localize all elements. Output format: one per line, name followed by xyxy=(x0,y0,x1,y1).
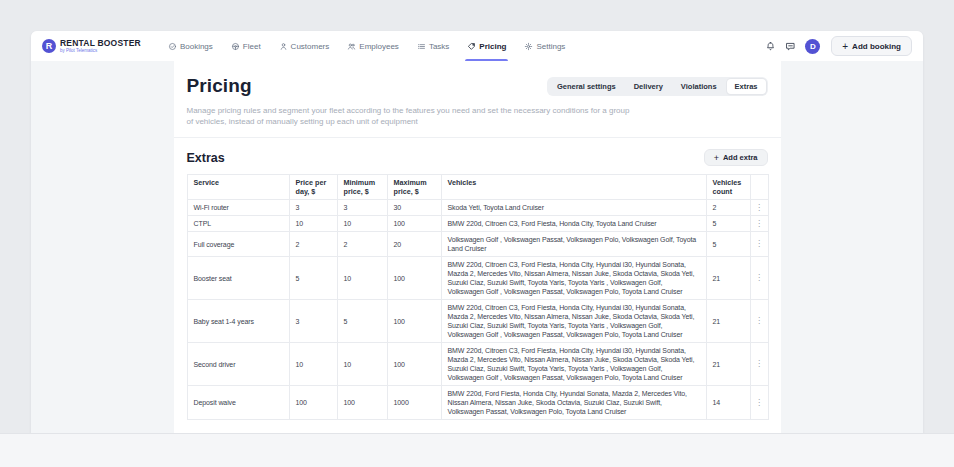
pricing-page-card: Pricing General settingsDeliveryViolatio… xyxy=(174,61,781,433)
cell-max-price: 20 xyxy=(387,232,441,257)
chat-icon[interactable] xyxy=(785,41,796,52)
column-header-minimum-price: Minimum price, $ xyxy=(337,175,387,200)
nav-item-label: Tasks xyxy=(429,42,449,51)
cell-min-price: 10 xyxy=(337,343,387,386)
table-row: Second driver1010100BMW 220d, Citroen C3… xyxy=(187,343,768,386)
cell-count: 2 xyxy=(706,200,750,216)
row-actions-kebab-icon[interactable]: ⋮ xyxy=(753,272,765,284)
add-booking-label: Add booking xyxy=(852,42,901,51)
nav-item-pricing[interactable]: Pricing xyxy=(458,31,515,61)
add-extra-label: Add extra xyxy=(723,153,758,162)
brand-logo[interactable]: R RENTAL BOOSTER by Pilot Telematics xyxy=(42,39,141,53)
column-header-vehicles: Vehicles xyxy=(441,175,706,200)
cell-max-price: 1000 xyxy=(387,386,441,420)
pricing-tabs: General settingsDeliveryViolationsExtras xyxy=(547,77,768,96)
tab-extras[interactable]: Extras xyxy=(727,79,766,94)
cell-actions: ⋮ xyxy=(750,216,768,232)
add-booking-button[interactable]: + Add booking xyxy=(831,36,912,56)
column-header-service: Service xyxy=(187,175,289,200)
cell-actions: ⋮ xyxy=(750,200,768,216)
nav-item-label: Settings xyxy=(536,42,565,51)
circle-check-icon xyxy=(168,42,177,51)
page-description: Manage pricing rules and segment your fl… xyxy=(187,105,634,127)
cell-count: 5 xyxy=(706,216,750,232)
cell-count: 21 xyxy=(706,257,750,300)
table-row: Baby seat 1-4 years35100BMW 220d, Citroe… xyxy=(187,300,768,343)
table-row: CTPL1010100BMW 220d, Citroen C3, Ford Fi… xyxy=(187,216,768,232)
price-tag-icon xyxy=(467,42,476,51)
tab-delivery[interactable]: Delivery xyxy=(626,79,671,94)
row-actions-kebab-icon[interactable]: ⋮ xyxy=(753,397,765,409)
table-row: Booster seat510100BMW 220d, Citroen C3, … xyxy=(187,257,768,300)
topbar-actions: D + Add booking xyxy=(765,36,912,56)
cell-price-per-day: 2 xyxy=(289,232,337,257)
cell-min-price: 2 xyxy=(337,232,387,257)
cell-count: 5 xyxy=(706,232,750,257)
nav-item-label: Pricing xyxy=(479,42,506,51)
add-extra-button[interactable]: + Add extra xyxy=(704,149,768,166)
nav-item-bookings[interactable]: Bookings xyxy=(159,31,222,61)
extras-section-title: Extras xyxy=(187,151,225,165)
cell-vehicles: Skoda Yeti, Toyota Land Cruiser xyxy=(441,200,706,216)
steering-wheel-icon xyxy=(231,42,240,51)
cell-actions: ⋮ xyxy=(750,343,768,386)
cell-service: CTPL xyxy=(187,216,289,232)
tab-violations[interactable]: Violations xyxy=(673,79,725,94)
cell-vehicles: Volkswagen Golf , Volkswagen Passat, Vol… xyxy=(441,232,706,257)
plus-icon: + xyxy=(714,153,719,163)
plus-icon: + xyxy=(842,41,848,52)
person-icon xyxy=(279,42,288,51)
cell-min-price: 5 xyxy=(337,300,387,343)
notifications-bell-icon[interactable] xyxy=(765,41,776,52)
nav-item-label: Fleet xyxy=(243,42,261,51)
nav-item-label: Customers xyxy=(291,42,330,51)
table-row: Wi-Fi router3330Skoda Yeti, Toyota Land … xyxy=(187,200,768,216)
tab-general-settings[interactable]: General settings xyxy=(549,79,624,94)
cell-max-price: 100 xyxy=(387,216,441,232)
cell-min-price: 3 xyxy=(337,200,387,216)
cell-min-price: 10 xyxy=(337,216,387,232)
people-icon xyxy=(347,42,356,51)
cell-actions: ⋮ xyxy=(750,232,768,257)
row-actions-kebab-icon[interactable]: ⋮ xyxy=(753,218,765,230)
cell-max-price: 30 xyxy=(387,200,441,216)
cell-max-price: 100 xyxy=(387,343,441,386)
cell-price-per-day: 10 xyxy=(289,343,337,386)
column-header-maximum-price: Maximum price, $ xyxy=(387,175,441,200)
cell-service: Wi-Fi router xyxy=(187,200,289,216)
brand-text: RENTAL BOOSTER by Pilot Telematics xyxy=(60,39,141,53)
nav-item-employees[interactable]: Employees xyxy=(338,31,408,61)
cell-service: Full coverage xyxy=(187,232,289,257)
extras-table: ServicePrice per day, $Minimum price, $M… xyxy=(187,174,769,420)
table-row: Deposit waive1001001000BMW 220d, Ford Fi… xyxy=(187,386,768,420)
column-header-vehicles-count: Vehicles count xyxy=(706,175,750,200)
row-actions-kebab-icon[interactable]: ⋮ xyxy=(753,202,765,214)
nav-item-tasks[interactable]: Tasks xyxy=(408,31,458,61)
brand-tagline: by Pilot Telematics xyxy=(60,48,141,53)
cell-service: Second driver xyxy=(187,343,289,386)
bottom-strip xyxy=(0,433,954,467)
column-header-actions xyxy=(750,175,768,200)
cell-min-price: 100 xyxy=(337,386,387,420)
row-actions-kebab-icon[interactable]: ⋮ xyxy=(753,315,765,327)
task-list-icon xyxy=(417,42,426,51)
column-header-price-per-day: Price per day, $ xyxy=(289,175,337,200)
top-navigation-bar: R RENTAL BOOSTER by Pilot Telematics Boo… xyxy=(31,31,923,61)
cell-vehicles: BMW 220d, Citroen C3, Ford Fiesta, Honda… xyxy=(441,216,706,232)
cell-service: Deposit waive xyxy=(187,386,289,420)
cell-max-price: 100 xyxy=(387,300,441,343)
divider xyxy=(174,137,781,138)
row-actions-kebab-icon[interactable]: ⋮ xyxy=(753,238,765,250)
nav-item-settings[interactable]: Settings xyxy=(515,31,574,61)
cell-vehicles: BMW 220d, Citroen C3, Ford Fiesta, Honda… xyxy=(441,257,706,300)
row-actions-kebab-icon[interactable]: ⋮ xyxy=(753,358,765,370)
avatar[interactable]: D xyxy=(805,39,820,54)
nav-item-fleet[interactable]: Fleet xyxy=(222,31,270,61)
nav-item-customers[interactable]: Customers xyxy=(270,31,339,61)
cell-count: 21 xyxy=(706,343,750,386)
cell-service: Baby seat 1-4 years xyxy=(187,300,289,343)
extras-section-header: Extras + Add extra xyxy=(187,149,768,166)
cell-max-price: 100 xyxy=(387,257,441,300)
cell-actions: ⋮ xyxy=(750,257,768,300)
cell-min-price: 10 xyxy=(337,257,387,300)
